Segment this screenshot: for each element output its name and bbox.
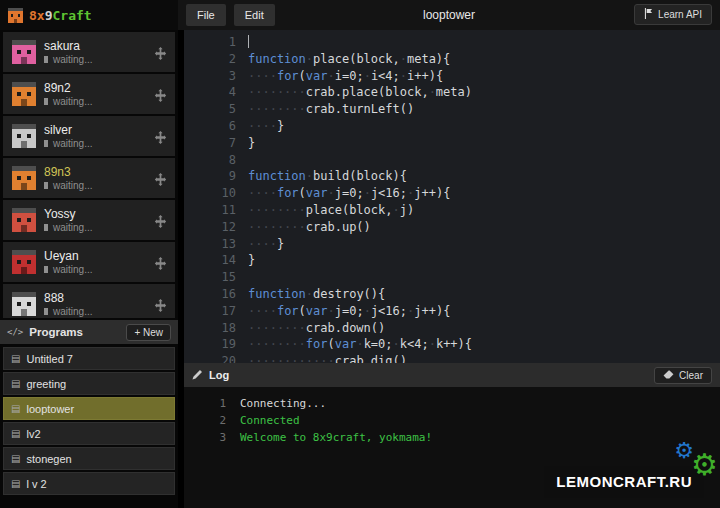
learn-api-button[interactable]: Learn API: [634, 4, 712, 25]
log-message: Welcome to 8x9craft, yokmama!: [240, 429, 432, 446]
player-row[interactable]: 888 waiting...: [3, 284, 175, 318]
player-row[interactable]: 89n2 waiting...: [3, 74, 175, 114]
player-status-text: waiting...: [53, 97, 92, 107]
code-line[interactable]: 12 ········crab.up(): [184, 219, 720, 236]
menu-edit[interactable]: Edit: [234, 4, 275, 26]
menu-file[interactable]: File: [186, 4, 226, 26]
player-row[interactable]: Ueyan waiting...: [3, 242, 175, 282]
log-title: Log: [209, 369, 229, 381]
line-number: 12: [184, 219, 236, 236]
code-line[interactable]: 18 ········crab.down(): [184, 320, 720, 337]
log-row: 2 Connected: [184, 412, 720, 429]
code-line[interactable]: 17 ····for(var·j=0;·j<16;·j++){: [184, 303, 720, 320]
line-number: 11: [184, 202, 236, 219]
code-line[interactable]: 8: [184, 152, 720, 169]
program-row[interactable]: ▤ looptower: [3, 397, 175, 420]
player-name: silver: [44, 124, 146, 136]
player-info: sakura waiting...: [44, 40, 146, 65]
move-icon[interactable]: [154, 298, 167, 311]
sidebar: sakura waiting... 89n2 waiting... silver: [0, 30, 178, 508]
line-number: 3: [184, 68, 236, 85]
player-status-text: waiting...: [53, 181, 92, 191]
programs-header: </> Programs + New: [0, 320, 178, 344]
program-row[interactable]: ▤ l v 2: [3, 472, 175, 495]
code-line[interactable]: 2 function·place(block,·meta){: [184, 51, 720, 68]
pause-icon: [44, 182, 48, 189]
player-avatar-icon: [12, 124, 36, 148]
code-line[interactable]: 7 }: [184, 135, 720, 152]
logo-robot-icon: [8, 8, 23, 23]
line-number: 2: [184, 51, 236, 68]
program-label: stonegen: [26, 453, 71, 465]
program-row[interactable]: ▤ greeting: [3, 372, 175, 395]
code-line[interactable]: 15: [184, 269, 720, 286]
menu-bar: File Edit looptower Learn API: [178, 0, 720, 30]
programs-title: Programs: [29, 326, 83, 338]
code-content: ········crab.turnLeft(): [248, 101, 414, 118]
code-line[interactable]: 1: [184, 34, 720, 51]
logo-text: 8x9Craft: [29, 8, 92, 23]
move-icon[interactable]: [154, 88, 167, 101]
program-row[interactable]: ▤ lv2: [3, 422, 175, 445]
line-number: 1: [184, 34, 236, 51]
program-label: looptower: [26, 403, 74, 415]
line-number: 20: [184, 353, 236, 363]
log-line-number: 2: [184, 412, 226, 429]
code-line[interactable]: 6 ····}: [184, 118, 720, 135]
move-icon[interactable]: [154, 256, 167, 269]
watermark: ⚙ ⚙ LEMONCRAFT.RU: [544, 466, 704, 498]
log-message: Connecting...: [240, 395, 326, 412]
player-row[interactable]: Yossy waiting...: [3, 200, 175, 240]
new-program-button[interactable]: + New: [126, 324, 171, 341]
program-row[interactable]: ▤ Untitled 7: [3, 347, 175, 370]
player-info: silver waiting...: [44, 124, 146, 149]
player-row[interactable]: silver waiting...: [3, 116, 175, 156]
code-content: ············crab.dig(): [248, 353, 407, 363]
player-avatar-icon: [12, 82, 36, 106]
move-icon[interactable]: [154, 46, 167, 59]
code-line[interactable]: 20 ············crab.dig(): [184, 353, 720, 363]
player-status: waiting...: [44, 223, 146, 233]
code-line[interactable]: 19 ········for(var·k=0;·k<4;·k++){: [184, 336, 720, 353]
document-title: looptower: [423, 8, 475, 22]
code-icon: </>: [7, 327, 23, 337]
player-row[interactable]: 89n3 waiting...: [3, 158, 175, 198]
program-file-icon: ▤: [11, 454, 20, 464]
code-line[interactable]: 11 ········place(block,·j): [184, 202, 720, 219]
player-status: waiting...: [44, 265, 146, 275]
pause-icon: [44, 98, 48, 105]
player-row[interactable]: sakura waiting...: [3, 32, 175, 72]
code-content: ········crab.place(block,·meta): [248, 84, 472, 101]
program-file-icon: ▤: [11, 479, 20, 489]
code-content: ····for(var·j=0;·j<16;·j++){: [248, 303, 450, 320]
line-number: 17: [184, 303, 236, 320]
code-line[interactable]: 9 function·build(block){: [184, 168, 720, 185]
code-line[interactable]: 16 function·destroy(){: [184, 286, 720, 303]
pause-icon: [44, 266, 48, 273]
line-number: 18: [184, 320, 236, 337]
learn-api-label: Learn API: [658, 9, 702, 20]
clear-log-button[interactable]: Clear: [654, 367, 712, 384]
code-line[interactable]: 10 ····for(var·j=0;·j<16;·j++){: [184, 185, 720, 202]
app-window: 8x9Craft File Edit looptower Learn API s…: [0, 0, 720, 508]
code-line[interactable]: 14 }: [184, 252, 720, 269]
code-editor[interactable]: 1 2 function·place(block,·meta){ 3 ····f…: [184, 30, 720, 363]
move-icon[interactable]: [154, 214, 167, 227]
code-content: }: [248, 135, 255, 152]
code-line[interactable]: 5 ········crab.turnLeft(): [184, 101, 720, 118]
player-info: 89n3 waiting...: [44, 166, 146, 191]
move-icon[interactable]: [154, 130, 167, 143]
player-info: Yossy waiting...: [44, 208, 146, 233]
pause-icon: [44, 140, 48, 147]
line-number: 15: [184, 269, 236, 286]
program-row[interactable]: ▤ stonegen: [3, 447, 175, 470]
program-file-icon: ▤: [11, 379, 20, 389]
log-row: 1 Connecting...: [184, 395, 720, 412]
code-content: function·destroy(){: [248, 286, 385, 303]
code-line[interactable]: 13 ····}: [184, 236, 720, 253]
line-number: 10: [184, 185, 236, 202]
code-line[interactable]: 3 ····for(var·i=0;·i<4;·i++){: [184, 68, 720, 85]
player-name: 89n3: [44, 166, 146, 178]
move-icon[interactable]: [154, 172, 167, 185]
code-line[interactable]: 4 ········crab.place(block,·meta): [184, 84, 720, 101]
